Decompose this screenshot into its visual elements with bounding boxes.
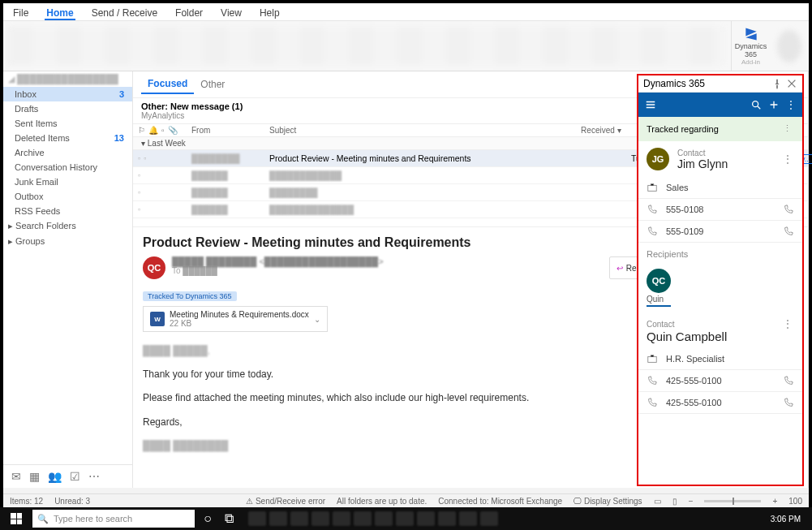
nav-groups[interactable]: ▸ Groups (3, 234, 132, 249)
hamburger-icon[interactable] (645, 99, 656, 110)
plus-icon[interactable] (768, 99, 780, 110)
contact1-name[interactable]: Jim Glynn (677, 157, 775, 170)
tracked-to-d365-badge: Tracked To Dynamics 365 (143, 291, 237, 301)
icon-col[interactable]: ▫ (161, 126, 165, 135)
dynamics-365-addin-button[interactable]: Dynamics 365 Add-in (731, 21, 770, 71)
view-normal-icon[interactable]: ▭ (654, 497, 661, 506)
contact1-phone2-row[interactable]: 555-0109 (638, 221, 802, 243)
account-header[interactable]: ◢ ████████████████ (3, 71, 132, 87)
taskbar-apps-blur (242, 511, 759, 526)
tracked-more-icon[interactable]: ⋮ (783, 123, 794, 135)
reply-icon: ↩ (617, 264, 623, 273)
task-view-icon[interactable]: ⧉ (221, 511, 237, 526)
nav-calendar-icon[interactable]: ▦ (29, 470, 40, 483)
phone-icon[interactable] (783, 204, 794, 215)
close-icon[interactable] (786, 78, 797, 89)
d365-more-icon[interactable]: ⋮ (786, 99, 796, 110)
contact2-more-icon[interactable]: ⋮ (783, 318, 794, 330)
contact2-name[interactable]: Quin Campbell (638, 330, 802, 348)
phone-icon[interactable] (783, 375, 794, 386)
attachment-icon[interactable]: 📎 (168, 126, 178, 135)
status-error[interactable]: ⚠ Send/Receive error (246, 497, 325, 506)
phone-icon (647, 204, 658, 215)
status-display-settings[interactable]: 🖵 Display Settings (574, 497, 642, 506)
nav-rss[interactable]: RSS Feeds (3, 204, 132, 218)
nav-junk[interactable]: Junk Email (3, 175, 132, 189)
nav-people-icon[interactable]: 👥 (48, 470, 62, 483)
windows-icon (11, 513, 22, 524)
status-unread: Unread: 3 (54, 497, 90, 506)
attachment-name: Meeting Minutes & Requirements.docx (170, 310, 309, 319)
to-line: To ██████ (172, 266, 603, 275)
col-subject[interactable]: Subject (269, 126, 576, 135)
taskbar: 🔍 Type here to search ○ ⧉ 3:06 PM (0, 507, 812, 530)
recipient-avatar[interactable]: QC (647, 269, 671, 293)
pin-icon[interactable] (771, 78, 783, 89)
view-reading-icon[interactable]: ▯ (672, 497, 677, 506)
phone-icon[interactable] (783, 226, 794, 237)
nav-inbox[interactable]: Inbox3 (3, 87, 132, 101)
status-items: Items: 12 (10, 497, 43, 506)
tab-folder[interactable]: Folder (174, 6, 204, 20)
dynamics-365-panel: Dynamics 365 ⋮ Tracked regarding ⋮ JG Co… (637, 74, 804, 486)
tab-help[interactable]: Help (258, 6, 281, 20)
recipients-label: Recipients (638, 243, 802, 265)
tab-file[interactable]: File (11, 6, 30, 20)
nav-mail-icon[interactable]: ✉ (11, 470, 21, 483)
contact1-more-icon[interactable]: ⋮ (783, 153, 794, 165)
attachment[interactable]: W Meeting Minutes & Requirements.docx 22… (143, 306, 328, 332)
nav-outbox[interactable]: Outbox (3, 189, 132, 204)
zoom-slider[interactable] (704, 500, 761, 502)
importance-icon[interactable]: ⚐ (138, 126, 145, 135)
nav-tasks-icon[interactable]: ☑ (70, 470, 80, 483)
svg-rect-2 (648, 356, 657, 362)
contact2-title-row[interactable]: H.R. Specialist (638, 348, 802, 370)
nav-deleted[interactable]: Deleted Items13 (3, 131, 132, 145)
nav-drafts[interactable]: Drafts (3, 101, 132, 116)
contact1-phone1-row[interactable]: 555-0108 (638, 199, 802, 221)
d365-sub: Add-in (741, 58, 760, 66)
contact1-avatar: JG (647, 148, 669, 170)
attachment-size: 22 KB (170, 319, 309, 328)
nav-search-folders[interactable]: ▸ Search Folders (3, 218, 132, 234)
recipient-name: Quin (647, 295, 794, 304)
svg-point-0 (753, 101, 758, 107)
search-placeholder: Type here to search (54, 514, 132, 524)
cortana-icon[interactable]: ○ (200, 511, 216, 526)
reminder-icon[interactable]: 🔔 (148, 126, 158, 135)
tab-view[interactable]: View (219, 6, 243, 20)
ribbon: Dynamics 365 Add-in (3, 21, 809, 71)
contact1-label: Contact (677, 149, 775, 157)
contact2-phone2-row[interactable]: 425-555-0100 (638, 392, 802, 414)
contact2-label: Contact (647, 320, 674, 329)
start-button[interactable] (5, 507, 28, 530)
tab-home[interactable]: Home (45, 6, 75, 20)
search-icon[interactable] (750, 99, 762, 110)
phone-icon (647, 397, 658, 408)
tab-other[interactable]: Other (194, 75, 231, 93)
d365-label-2: 365 (745, 50, 757, 58)
briefcase-icon (647, 182, 658, 193)
nav-sent[interactable]: Sent Items (3, 116, 132, 131)
d365-panel-title: Dynamics 365 (643, 78, 705, 89)
contact1-title-row[interactable]: Sales (638, 177, 802, 199)
taskbar-search[interactable]: 🔍 Type here to search (32, 510, 195, 528)
d365-label-1: Dynamics (735, 42, 767, 50)
attachment-chevron-icon[interactable]: ⌄ (314, 315, 320, 324)
contact2-phone1-row[interactable]: 425-555-0100 (638, 370, 802, 392)
sender-avatar: QC (143, 256, 165, 279)
nav-conv-history[interactable]: Conversation History (3, 160, 132, 175)
zoom-value: 100 (788, 497, 802, 506)
taskbar-clock[interactable]: 3:06 PM (764, 515, 807, 524)
phone-icon[interactable] (783, 397, 794, 408)
tab-focused[interactable]: Focused (141, 75, 194, 94)
ribbon-insights-blur (770, 21, 809, 71)
tab-send-receive[interactable]: Send / Receive (90, 6, 159, 20)
tracked-regarding-label: Tracked regarding (647, 124, 719, 134)
search-icon: 🔍 (37, 514, 49, 524)
nav-more-icon[interactable]: ⋯ (88, 470, 100, 483)
nav-archive[interactable]: Archive (3, 145, 132, 160)
status-bar: Items: 12 Unread: 3 ⚠ Send/Receive error… (3, 493, 809, 507)
col-from[interactable]: From (191, 126, 264, 135)
dynamics-icon (743, 26, 759, 42)
